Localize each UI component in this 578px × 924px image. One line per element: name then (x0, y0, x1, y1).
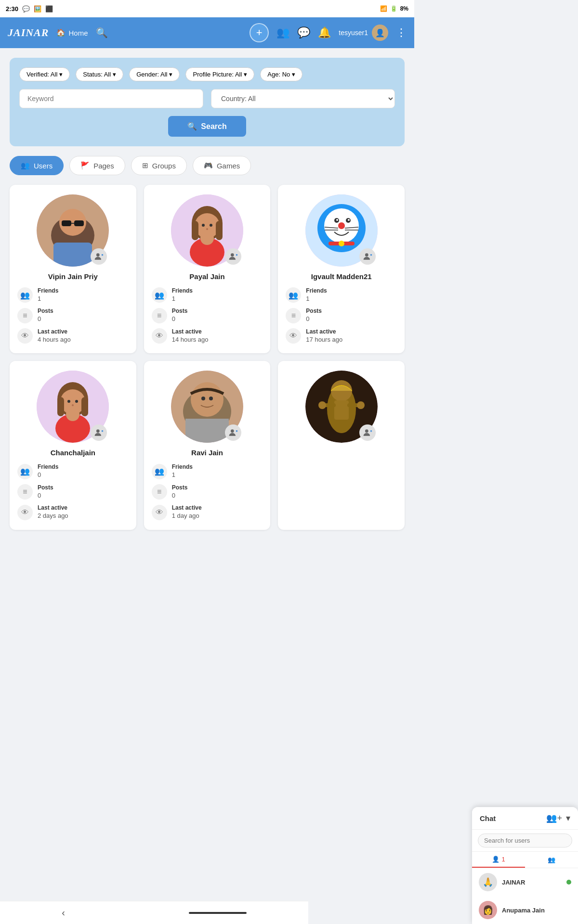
svg-point-18 (210, 224, 212, 227)
lastactive-icon-4: 👁 (152, 505, 167, 520)
posts-icon-0: ≡ (17, 308, 33, 323)
lastactive-stat-0: 👁 Last active 4 hours ago (17, 328, 129, 344)
status-time: 2:30 (6, 5, 18, 13)
tab-games[interactable]: 🎮 Games (193, 156, 251, 175)
profile-picture-chevron: ▾ (244, 71, 247, 78)
card-avatar-wrap-3 (37, 371, 109, 443)
svg-rect-4 (62, 220, 71, 226)
lastactive-text-2: Last active 17 hours ago (306, 328, 342, 344)
age-filter[interactable]: Age: No ▾ (260, 67, 302, 81)
verified-label: Verified: All (26, 71, 57, 78)
svg-rect-58 (185, 419, 229, 443)
nav-logo: JAINAR (8, 26, 49, 39)
filter-row: Verified: All ▾ Status: All ▾ Gender: Al… (19, 67, 395, 81)
svg-point-20 (231, 253, 234, 257)
lastactive-stat-4: 👁 Last active 1 day ago (152, 504, 263, 520)
friends-stat-3: 👥 Friends 0 (17, 463, 129, 479)
nav-notifications-icon[interactable]: 🔔 (318, 26, 331, 39)
friends-text-2: Friends 1 (306, 287, 327, 303)
home-icon: 🏠 (56, 28, 66, 37)
status-chevron: ▾ (113, 71, 116, 78)
add-friend-btn-1[interactable] (225, 248, 241, 265)
posts-icon-1: ≡ (152, 308, 167, 323)
nav-friends-icon[interactable]: 👥 (276, 26, 289, 39)
age-label: Age: No (267, 71, 290, 78)
friends-text-3: Friends 0 (38, 463, 58, 479)
friends-stat-2: 👥 Friends 1 (286, 287, 397, 303)
add-friend-btn-0[interactable] (91, 248, 107, 265)
user-name-1: Payal Jain (189, 272, 224, 281)
age-chevron: ▾ (292, 71, 295, 78)
bottom-nav: ‹ (0, 901, 308, 924)
tab-users[interactable]: 👥 Users (10, 156, 64, 175)
card-avatar-wrap-4 (171, 371, 243, 443)
friends-icon-0: 👥 (17, 287, 33, 303)
app-icon: ⬛ (45, 5, 53, 13)
svg-rect-5 (74, 220, 84, 226)
friends-stat-0: 👥 Friends 1 (17, 287, 129, 303)
card-stats-4: 👥 Friends 1 ≡ Posts 0 👁 Last active 1 da… (152, 463, 263, 520)
tab-groups[interactable]: ⊞ Groups (131, 156, 187, 175)
friends-stat-4: 👥 Friends 1 (152, 463, 263, 479)
lastactive-icon-3: 👁 (17, 505, 33, 520)
keyword-input[interactable] (19, 89, 203, 108)
friends-stat-1: 👥 Friends 1 (152, 287, 263, 303)
nav-home-label: Home (68, 29, 88, 37)
add-friend-btn-4[interactable] (225, 424, 241, 441)
status-left: 2:30 💬 🖼️ ⬛ (6, 5, 53, 13)
posts-text-1: Posts 0 (172, 308, 188, 323)
card-stats-0: 👥 Friends 1 ≡ Posts 0 👁 Last active 4 ho… (17, 287, 129, 344)
add-friend-btn-3[interactable] (91, 424, 107, 441)
user-card-2: Igvault Madden21 👥 Friends 1 ≡ Posts 0 👁 (278, 185, 405, 353)
search-btn-row: 🔍 Search (19, 116, 395, 137)
card-avatar-wrap-2 (305, 194, 378, 267)
pages-tab-icon: 🚩 (80, 161, 90, 170)
nav-add-button[interactable]: + (250, 23, 269, 42)
search-button[interactable]: 🔍 Search (168, 116, 246, 137)
svg-rect-45 (57, 397, 64, 416)
groups-tab-label: Groups (152, 162, 176, 170)
add-friend-btn-5[interactable] (359, 424, 376, 441)
tab-pages[interactable]: 🚩 Pages (69, 156, 125, 175)
svg-point-72 (357, 401, 365, 409)
nav-messages-icon[interactable]: 💬 (297, 26, 310, 39)
user-card-1: Payal Jain 👥 Friends 1 ≡ Posts 0 👁 Last (144, 185, 271, 353)
profile-picture-filter[interactable]: Profile Picture: All ▾ (185, 67, 254, 81)
nav-menu-icon[interactable]: ⋮ (396, 26, 407, 39)
lastactive-stat-1: 👁 Last active 14 hours ago (152, 328, 263, 344)
status-filter[interactable]: Status: All ▾ (76, 67, 123, 81)
friends-icon-4: 👥 (152, 464, 167, 479)
lastactive-stat-2: 👁 Last active 17 hours ago (286, 328, 397, 344)
users-tab-label: Users (34, 162, 53, 170)
lastactive-icon-2: 👁 (286, 328, 301, 344)
svg-point-73 (365, 430, 368, 433)
lastactive-stat-3: 👁 Last active 2 days ago (17, 504, 129, 520)
nav-user-section[interactable]: tesyuser1 👤 (339, 25, 388, 41)
card-avatar-wrap-0 (37, 194, 109, 267)
card-stats-2: 👥 Friends 1 ≡ Posts 0 👁 Last active 17 h… (286, 287, 397, 344)
posts-icon-4: ≡ (152, 484, 167, 500)
groups-tab-icon: ⊞ (142, 161, 148, 170)
nav-home-link[interactable]: 🏠 Home (56, 28, 88, 37)
back-button[interactable]: ‹ (62, 907, 65, 918)
posts-stat-0: ≡ Posts 0 (17, 308, 129, 323)
svg-point-59 (191, 382, 223, 417)
verified-chevron: ▾ (59, 71, 63, 78)
lastactive-text-1: Last active 14 hours ago (172, 328, 209, 344)
add-friend-btn-2[interactable] (359, 248, 376, 265)
friends-icon-2: 👥 (286, 287, 301, 303)
card-stats-1: 👥 Friends 1 ≡ Posts 0 👁 Last active 14 h… (152, 287, 263, 344)
svg-point-71 (318, 401, 326, 409)
svg-point-51 (72, 404, 74, 406)
nav-user-avatar: 👤 (372, 25, 388, 41)
country-select[interactable]: Country: All (211, 89, 395, 108)
verified-filter[interactable]: Verified: All ▾ (19, 67, 70, 81)
svg-rect-3 (53, 243, 92, 267)
profile-picture-label: Profile Picture: All (193, 71, 242, 78)
svg-point-61 (209, 397, 213, 400)
svg-point-19 (206, 228, 208, 230)
gender-filter[interactable]: Gender: All ▾ (129, 67, 180, 81)
user-card-4: Ravi Jain 👥 Friends 1 ≡ Posts 0 👁 Last (144, 361, 271, 529)
card-avatar-wrap-5 (305, 371, 378, 443)
nav-search-icon[interactable]: 🔍 (96, 27, 108, 38)
